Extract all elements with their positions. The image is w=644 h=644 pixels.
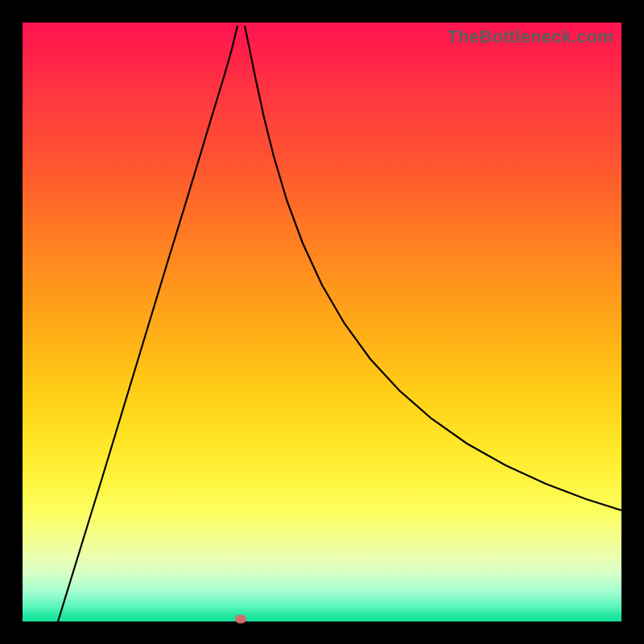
curve-path — [58, 26, 621, 621]
curve-svg — [23, 23, 621, 621]
plot-area: TheBottleneck.com — [23, 23, 621, 621]
chart-frame: TheBottleneck.com — [0, 0, 644, 644]
minimum-marker — [235, 615, 246, 624]
